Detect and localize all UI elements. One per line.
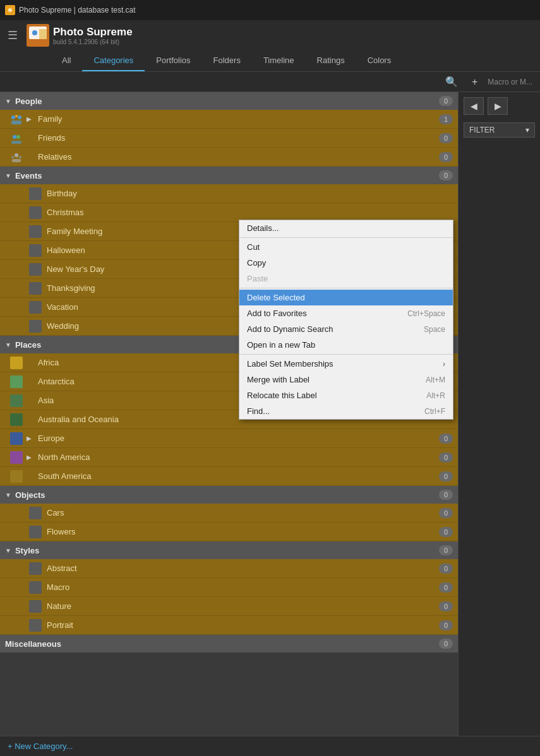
ctx-new-tab-label: Open in a new Tab: [247, 340, 315, 350]
tab-categories[interactable]: Categories: [82, 50, 145, 71]
macro-badge: 0: [439, 582, 453, 593]
ctx-merge[interactable]: Merge with Label Alt+M: [239, 372, 453, 387]
tab-portfolios[interactable]: Portfolios: [145, 50, 201, 71]
object-flowers[interactable]: Flowers 0: [0, 523, 458, 541]
categories-panel: ▼ People 0 ▶ Family 1: [0, 92, 458, 753]
style-portrait[interactable]: Portrait 0: [0, 616, 458, 635]
svg-point-12: [13, 135, 16, 139]
section-events[interactable]: ▼ Events 0: [0, 167, 458, 184]
antarctica-icon: [10, 375, 23, 388]
ctx-delete[interactable]: Delete Selected: [239, 290, 453, 305]
filter-button[interactable]: FILTER ▾: [464, 122, 535, 138]
add-category-button[interactable]: + New Category...: [8, 741, 73, 751]
style-macro[interactable]: Macro 0: [0, 578, 458, 597]
ctx-merge-label: Merge with Label: [247, 375, 309, 384]
section-styles[interactable]: ▼ Styles 0: [0, 541, 458, 559]
styles-badge: 0: [439, 545, 453, 555]
svg-rect-14: [11, 141, 21, 144]
europe-expand-icon: ▶: [27, 435, 34, 442]
christmas-thumb: [29, 206, 42, 219]
style-nature[interactable]: Nature 0: [0, 597, 458, 616]
relocate-shortcut: Alt+R: [426, 391, 445, 400]
misc-title: Miscellaneous: [5, 639, 435, 649]
flowers-badge: 0: [439, 527, 453, 537]
ctx-dynamic-search[interactable]: Add to Dynamic Search Space: [239, 321, 453, 337]
section-objects[interactable]: ▼ Objects 0: [0, 486, 458, 504]
cat-item-family[interactable]: ▶ Family 1: [0, 110, 458, 129]
tab-timeline[interactable]: Timeline: [252, 50, 306, 71]
find-shortcut: Ctrl+F: [424, 407, 445, 416]
svg-rect-17: [12, 159, 21, 162]
family-icon: [10, 113, 23, 126]
birthday-label: Birthday: [47, 189, 453, 198]
friends-badge: 0: [439, 133, 453, 143]
portrait-thumb: [29, 619, 42, 632]
cars-thumb: [29, 507, 42, 519]
relatives-label: Relatives: [38, 152, 435, 162]
svg-point-16: [15, 153, 18, 157]
ctx-favorites[interactable]: Add to Favorites Ctrl+Space: [239, 305, 453, 321]
abstract-thumb: [29, 562, 42, 575]
europe-icon: [10, 432, 23, 445]
vacation-thumb: [29, 301, 42, 314]
ctx-cut[interactable]: Cut: [239, 239, 453, 255]
objects-arrow-icon: ▼: [5, 492, 11, 499]
svg-point-8: [18, 115, 21, 119]
style-abstract[interactable]: Abstract 0: [0, 559, 458, 578]
ctx-sep1: [239, 237, 453, 238]
hamburger-menu[interactable]: ☰: [8, 28, 18, 42]
ctx-copy-label: Copy: [247, 258, 266, 268]
title-bar: Photo Supreme | database test.cat: [0, 0, 540, 20]
svg-point-1: [8, 8, 12, 12]
objects-badge: 0: [439, 490, 453, 500]
tab-folders[interactable]: Folders: [202, 50, 252, 71]
add-button[interactable]: +: [468, 75, 481, 89]
search-button[interactable]: 🔍: [441, 74, 462, 89]
tab-all[interactable]: All: [51, 50, 82, 71]
tab-ratings[interactable]: Ratings: [306, 50, 356, 71]
south-america-badge: 0: [439, 471, 453, 481]
app-icon: [5, 5, 15, 15]
ctx-copy[interactable]: Copy: [239, 255, 453, 271]
ctx-find[interactable]: Find... Ctrl+F: [239, 403, 453, 419]
svg-point-9: [15, 115, 18, 117]
filter-label: FILTER: [469, 126, 495, 134]
north-america-icon: [10, 451, 23, 464]
australia-icon: [10, 413, 23, 426]
svg-point-18: [11, 156, 14, 158]
ctx-paste-label: Paste: [247, 274, 268, 283]
place-north-america[interactable]: ▶ North America 0: [0, 448, 458, 467]
title-bar-text: Photo Supreme | database test.cat: [19, 6, 136, 15]
forward-button[interactable]: ▶: [488, 97, 508, 115]
ctx-label-set[interactable]: Label Set Memberships ›: [239, 356, 453, 372]
thanksgiving-thumb: [29, 282, 42, 295]
back-button[interactable]: ◀: [464, 97, 484, 115]
christmas-label: Christmas: [47, 208, 453, 217]
north-america-badge: 0: [439, 452, 453, 463]
right-panel: ◀ ▶ FILTER ▾: [458, 92, 540, 753]
event-birthday[interactable]: Birthday: [0, 184, 458, 203]
ctx-relocate-label: Relocate this Label: [247, 391, 317, 400]
nature-badge: 0: [439, 601, 453, 611]
section-people[interactable]: ▼ People 0: [0, 92, 458, 110]
ctx-favorites-label: Add to Favorites: [247, 309, 307, 318]
favorites-shortcut: Ctrl+Space: [407, 309, 445, 318]
ctx-paste: Paste: [239, 271, 453, 286]
ctx-details[interactable]: Details...: [239, 220, 453, 236]
styles-arrow-icon: ▼: [5, 547, 11, 554]
cat-item-relatives[interactable]: Relatives 0: [0, 148, 458, 167]
people-title: People: [15, 97, 435, 106]
object-cars[interactable]: Cars 0: [0, 504, 458, 523]
context-menu: Details... Cut Copy Paste Delete Selecte…: [239, 220, 453, 420]
europe-label: Europe: [38, 434, 435, 443]
africa-icon: [10, 357, 23, 369]
ctx-relocate[interactable]: Relocate this Label Alt+R: [239, 387, 453, 403]
cat-item-friends[interactable]: Friends 0: [0, 129, 458, 148]
tab-colors[interactable]: Colors: [356, 50, 403, 71]
family-expand-icon: ▶: [27, 115, 34, 122]
relatives-icon: [10, 151, 23, 163]
place-south-america[interactable]: South America 0: [0, 467, 458, 486]
ctx-new-tab[interactable]: Open in a new Tab: [239, 337, 453, 353]
place-europe[interactable]: ▶ Europe 0: [0, 429, 458, 448]
section-miscellaneous[interactable]: Miscellaneous 0: [0, 635, 458, 653]
